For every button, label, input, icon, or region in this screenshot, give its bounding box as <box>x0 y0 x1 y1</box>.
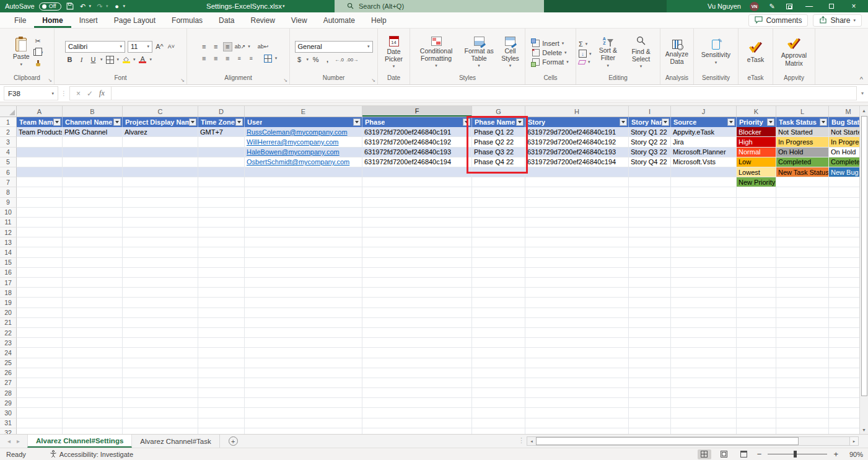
cell-C12[interactable] <box>123 228 198 237</box>
cell-A11[interactable] <box>17 218 63 228</box>
cell-I7[interactable] <box>629 177 671 187</box>
column-header-D[interactable]: D <box>198 106 245 117</box>
header-cell-A1[interactable]: Team Name <box>17 117 63 127</box>
cell-F2[interactable]: 631972fd7200ef246840c191 <box>362 127 472 137</box>
cell-L11[interactable] <box>776 218 829 228</box>
cell-L9[interactable] <box>776 198 829 208</box>
cell-K28[interactable] <box>737 388 776 398</box>
cell-G9[interactable] <box>472 198 525 208</box>
cell-K12[interactable] <box>737 228 776 237</box>
cell-G26[interactable] <box>472 368 525 378</box>
row-header-14[interactable]: 14 <box>0 247 17 257</box>
column-header-F[interactable]: F <box>362 106 472 117</box>
cell-L16[interactable] <box>776 268 829 278</box>
cell-B25[interactable] <box>63 358 123 368</box>
increase-indent-button[interactable]: ≡ <box>247 54 256 63</box>
cell-B12[interactable] <box>63 228 123 237</box>
cell-K32[interactable] <box>737 428 776 434</box>
orientation-button[interactable]: ab↗ <box>235 42 246 51</box>
zoom-out-button[interactable]: − <box>757 449 762 459</box>
cell-C23[interactable] <box>123 338 198 348</box>
cell-B6[interactable] <box>63 167 123 177</box>
cell-A7[interactable] <box>17 177 63 187</box>
row-header-8[interactable]: 8 <box>0 187 17 197</box>
cell-F4[interactable]: 631972fd7200ef246840c193 <box>362 148 472 157</box>
cell-A9[interactable] <box>17 198 63 208</box>
cell-B5[interactable] <box>63 157 123 167</box>
cell-K19[interactable] <box>737 298 776 307</box>
cell-K16[interactable] <box>737 268 776 278</box>
cell-G8[interactable] <box>472 187 525 197</box>
cell-I27[interactable] <box>629 378 671 388</box>
cell-G4[interactable]: Phase Q3 22 <box>472 148 525 157</box>
cell-J24[interactable] <box>671 348 737 358</box>
cell-J13[interactable] <box>671 237 737 247</box>
cell-F30[interactable] <box>362 408 472 418</box>
cell-B19[interactable] <box>63 298 123 307</box>
cell-C16[interactable] <box>123 268 198 278</box>
cell-B9[interactable] <box>63 198 123 208</box>
cell-J17[interactable] <box>671 278 737 288</box>
cell-E20[interactable] <box>245 308 362 318</box>
cell-J31[interactable] <box>671 418 737 428</box>
cell-K7[interactable]: New Priority <box>737 177 776 187</box>
cell-J16[interactable] <box>671 268 737 278</box>
underline-button[interactable]: U <box>89 55 98 64</box>
cell-F7[interactable] <box>362 177 472 187</box>
filter-button[interactable] <box>353 118 361 126</box>
cell-B22[interactable] <box>63 328 123 338</box>
cell-K22[interactable] <box>737 328 776 338</box>
cell-F31[interactable] <box>362 418 472 428</box>
cell-D29[interactable] <box>198 398 245 408</box>
expand-formula-bar-icon[interactable]: ▾ <box>857 85 868 102</box>
cell-G16[interactable] <box>472 268 525 278</box>
cell-C22[interactable] <box>123 328 198 338</box>
cell-J7[interactable] <box>671 177 737 187</box>
cell-J8[interactable] <box>671 187 737 197</box>
ribbon-tab-insert[interactable]: Insert <box>71 12 106 28</box>
cell-F21[interactable] <box>362 318 472 328</box>
cell-H22[interactable] <box>525 328 629 338</box>
cell-L7[interactable] <box>776 177 829 187</box>
cell-E14[interactable] <box>245 247 362 257</box>
cell-I22[interactable] <box>629 328 671 338</box>
merge-chevron-icon[interactable]: ▾ <box>275 56 278 61</box>
cell-K23[interactable] <box>737 338 776 348</box>
align-right-button[interactable]: ≡ <box>223 54 232 63</box>
ribbon-tab-page-layout[interactable]: Page Layout <box>106 12 164 28</box>
cell-L28[interactable] <box>776 388 829 398</box>
cell-A14[interactable] <box>17 247 63 257</box>
cell-I29[interactable] <box>629 398 671 408</box>
cell-J15[interactable] <box>671 258 737 268</box>
cell-H23[interactable] <box>525 338 629 348</box>
confirm-entry-icon[interactable]: ✓ <box>87 89 93 98</box>
cell-F19[interactable] <box>362 298 472 307</box>
format-painter-button[interactable] <box>33 59 43 68</box>
cell-J23[interactable] <box>671 338 737 348</box>
select-all-corner[interactable] <box>0 106 17 117</box>
cell-F23[interactable] <box>362 338 472 348</box>
cell-I31[interactable] <box>629 418 671 428</box>
cell-I3[interactable]: Story Q2 22 <box>629 137 671 147</box>
cell-D3[interactable] <box>198 137 245 147</box>
cell-L2[interactable]: Not Started <box>776 127 829 137</box>
header-cell-D1[interactable]: Time Zone <box>198 117 245 127</box>
cell-J32[interactable] <box>671 428 737 434</box>
sheet-tab-settings[interactable]: Alvarez Channel#Settings <box>27 435 132 448</box>
cell-E28[interactable] <box>245 388 362 398</box>
cell-J11[interactable] <box>671 218 737 228</box>
cell-D20[interactable] <box>198 308 245 318</box>
cell-G24[interactable] <box>472 348 525 358</box>
user-name[interactable]: Vu Nguyen <box>708 2 741 10</box>
cell-B30[interactable] <box>63 408 123 418</box>
cell-K4[interactable]: Normal <box>737 148 776 157</box>
cell-D14[interactable] <box>198 247 245 257</box>
cell-E15[interactable] <box>245 258 362 268</box>
cell-I21[interactable] <box>629 318 671 328</box>
cell-D13[interactable] <box>198 237 245 247</box>
cell-J30[interactable] <box>671 408 737 418</box>
zoom-in-button[interactable]: + <box>833 449 838 459</box>
filter-button[interactable] <box>113 118 121 126</box>
cell-C26[interactable] <box>123 368 198 378</box>
cell-F3[interactable]: 631972fd7200ef246840c192 <box>362 137 472 147</box>
